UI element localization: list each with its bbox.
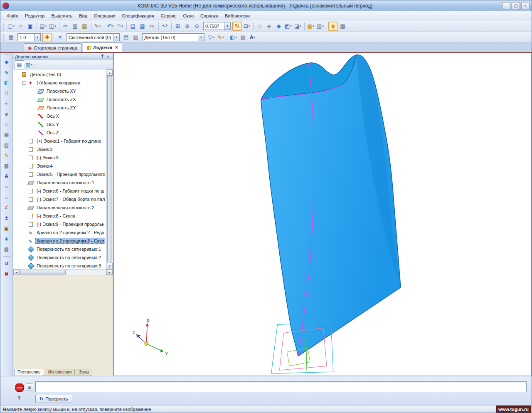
tree-item-sketch-5[interactable]: Эскиз:5 - Проекция продольного bbox=[13, 170, 106, 178]
libraries-tool[interactable]: ▣ bbox=[2, 224, 12, 232]
tree-item-axis-x[interactable]: Ось X bbox=[13, 112, 106, 120]
tree-item-parallel-plane-2[interactable]: Параллельная плоскость:2 bbox=[13, 203, 106, 212]
property-input[interactable] bbox=[35, 381, 527, 392]
tree-item-sketch-7[interactable]: (-) Эскиз:7 - Обвод борта по пал bbox=[13, 195, 106, 203]
tree-tab-postroenie[interactable]: Построение bbox=[14, 369, 44, 376]
surfaces-tool[interactable]: ◧ bbox=[2, 78, 12, 87]
tree-structure-button[interactable]: ▤ bbox=[15, 60, 24, 69]
rotate-button[interactable]: ↻ Повернуть bbox=[35, 395, 72, 403]
menu-editor[interactable]: Редактор bbox=[22, 12, 48, 20]
tree-tab-ispolneniya[interactable]: Исполнения bbox=[45, 369, 75, 376]
variables-button[interactable]: f(x) bbox=[147, 22, 157, 31]
cut-button[interactable]: ✂ bbox=[61, 22, 70, 31]
geometry-tool[interactable]: ○ bbox=[2, 182, 12, 191]
tree-item-plane-xy[interactable]: Плоскость XY bbox=[13, 87, 106, 95]
print-button[interactable]: ▤▾ bbox=[38, 22, 48, 31]
tree-item-detail[interactable]: Деталь (Тел-0) bbox=[13, 70, 106, 79]
tree-item-plane-zy[interactable]: Плоскость ZY bbox=[13, 104, 106, 112]
text-style-button[interactable]: A▾ bbox=[248, 33, 257, 42]
menu-libraries[interactable]: Библиотеки bbox=[222, 12, 253, 20]
close-panel-icon[interactable]: × bbox=[105, 54, 111, 59]
paste-button[interactable]: ▦ bbox=[80, 22, 89, 31]
zoom-scale-combo[interactable]: 0.7587 ▾ bbox=[203, 22, 231, 30]
menu-select[interactable]: Выделить bbox=[48, 12, 76, 20]
style-pen-button[interactable]: ✎▾ bbox=[216, 33, 225, 42]
filter-button[interactable]: ▽▾ bbox=[206, 33, 216, 42]
spatial-curves-tool[interactable]: ∿ bbox=[2, 68, 12, 77]
arrays-tool[interactable]: ∷ bbox=[2, 89, 12, 97]
undo-button[interactable]: ↶▾ bbox=[106, 22, 115, 31]
rebuild-tool[interactable]: ↺ bbox=[2, 259, 12, 268]
layers-button[interactable]: ≡ bbox=[55, 33, 65, 42]
tab-lodochka[interactable]: ◧ Лодочка × bbox=[83, 42, 122, 52]
tree-item-sketch-3[interactable]: (-) Эскиз:3 bbox=[13, 153, 106, 162]
panel-grip[interactable] bbox=[4, 54, 10, 56]
toolbar-grip[interactable] bbox=[3, 22, 5, 30]
new-layer-button[interactable]: ▥ bbox=[131, 33, 140, 42]
zoom-in-button[interactable]: ⊕ bbox=[182, 22, 192, 31]
tree-item-sketch-8[interactable]: (-) Эскиз:8 - Скула bbox=[13, 212, 106, 220]
menu-file[interactable]: Файл bbox=[4, 12, 22, 20]
expander-icon[interactable]: - bbox=[22, 81, 26, 85]
chevron-down-icon[interactable]: ▾ bbox=[113, 34, 119, 41]
sheet-metal-tool[interactable]: ▤ bbox=[2, 161, 12, 170]
scroll-right-icon[interactable]: ▶ bbox=[106, 270, 113, 275]
text-tool[interactable]: A bbox=[2, 172, 12, 181]
clipboard-3d-button[interactable]: ▥▾ bbox=[315, 22, 325, 31]
close-button[interactable]: × bbox=[521, 2, 530, 9]
menu-view[interactable]: Вид bbox=[76, 12, 91, 20]
pin-icon[interactable] bbox=[99, 54, 105, 59]
chevron-down-icon[interactable]: ▾ bbox=[34, 34, 40, 41]
tree-item-axis-y[interactable]: Ось Y bbox=[13, 120, 106, 129]
copy-button[interactable]: ▥ bbox=[70, 22, 80, 31]
tree-item-curve-2[interactable]: Кривая по 2 проекциям:2 - Реда bbox=[13, 228, 106, 237]
scroll-up-icon[interactable]: ▲ bbox=[107, 69, 113, 76]
reports-tool[interactable]: ▧ bbox=[2, 141, 12, 149]
help-button[interactable]: ? bbox=[15, 395, 23, 402]
tree-composition-button[interactable]: ▥▾ bbox=[24, 60, 34, 69]
minimize-button[interactable]: ‒ bbox=[502, 2, 510, 9]
menu-specification[interactable]: Спецификация bbox=[119, 12, 158, 20]
current-layer-combo[interactable]: Системный слой (0) ▾ bbox=[66, 33, 120, 41]
shaded-display-button[interactable]: ◆ bbox=[274, 22, 283, 31]
tree-tab-zony[interactable]: Зоны bbox=[76, 369, 92, 376]
wireframe-display-button[interactable]: ◇ bbox=[255, 22, 264, 31]
step-combo[interactable]: 1.0 ▾ bbox=[17, 33, 41, 41]
quick-display-button[interactable]: ◉ bbox=[328, 22, 338, 31]
toolbar-grip[interactable] bbox=[3, 34, 5, 41]
hatch-button[interactable]: ▨ bbox=[238, 33, 248, 42]
chevron-down-icon[interactable]: ▾ bbox=[198, 34, 204, 41]
tree-vertical-scrollbar[interactable]: ▲ ▼ bbox=[106, 69, 113, 269]
redo-button[interactable]: ↷▾ bbox=[115, 22, 125, 31]
tree-item-sketch-4[interactable]: Эскиз:4 bbox=[13, 162, 106, 170]
projection-button[interactable]: ◪▾ bbox=[293, 22, 303, 31]
dimensions-tool[interactable]: ↔ bbox=[2, 193, 12, 201]
tab-close-icon[interactable]: × bbox=[115, 45, 118, 50]
edit-part-tool[interactable]: ◆ bbox=[2, 57, 12, 66]
scrollbar-thumb[interactable] bbox=[107, 76, 112, 262]
specification-tool[interactable]: ▦ bbox=[2, 130, 12, 139]
snap-toggle-button[interactable]: ✚ bbox=[42, 33, 52, 42]
filters-tool[interactable]: ▽ bbox=[2, 120, 12, 129]
show-all-button[interactable]: ⊡▾ bbox=[242, 22, 251, 31]
3d-canvas[interactable]: X Y Z bbox=[114, 53, 531, 376]
current-part-combo[interactable]: Деталь (Тел-0) ▾ bbox=[142, 33, 204, 41]
tree-item-plane-zx[interactable]: Плоскость ZX bbox=[13, 95, 106, 104]
specification-button[interactable]: ▤ bbox=[128, 22, 138, 31]
refresh-view-button[interactable]: ↻ bbox=[232, 22, 242, 31]
tree-item-surface-1[interactable]: Поверхность по сети кривых:1 bbox=[13, 245, 106, 253]
tree-item-surface-3[interactable]: Поверхность по сети кривых:3 bbox=[13, 262, 106, 269]
context-help-button[interactable]: ↖? bbox=[160, 22, 170, 31]
scrollbar-track[interactable] bbox=[20, 270, 106, 275]
tree-item-surface-2[interactable]: Поверхность по сети кривых:2 bbox=[13, 253, 106, 262]
tree-item-sketch-6[interactable]: (-) Эскиз:6 - Габарит лодки по ш bbox=[13, 187, 106, 195]
scrollbar-thumb[interactable] bbox=[20, 270, 66, 275]
open-button[interactable]: ▱ bbox=[16, 22, 25, 31]
scroll-left-icon[interactable]: ◀ bbox=[13, 270, 20, 275]
macro-tool[interactable]: ▩ bbox=[2, 245, 12, 253]
parameterization-tool[interactable]: ± bbox=[2, 213, 12, 222]
tree-item-parallel-plane-1[interactable]: Параллельная плоскость:1 bbox=[13, 178, 106, 187]
new-document-button[interactable]: ▢▾ bbox=[6, 22, 16, 31]
print-preview-button[interactable]: ◫▾ bbox=[48, 22, 57, 31]
fill-button[interactable]: ◧▾ bbox=[229, 33, 238, 42]
